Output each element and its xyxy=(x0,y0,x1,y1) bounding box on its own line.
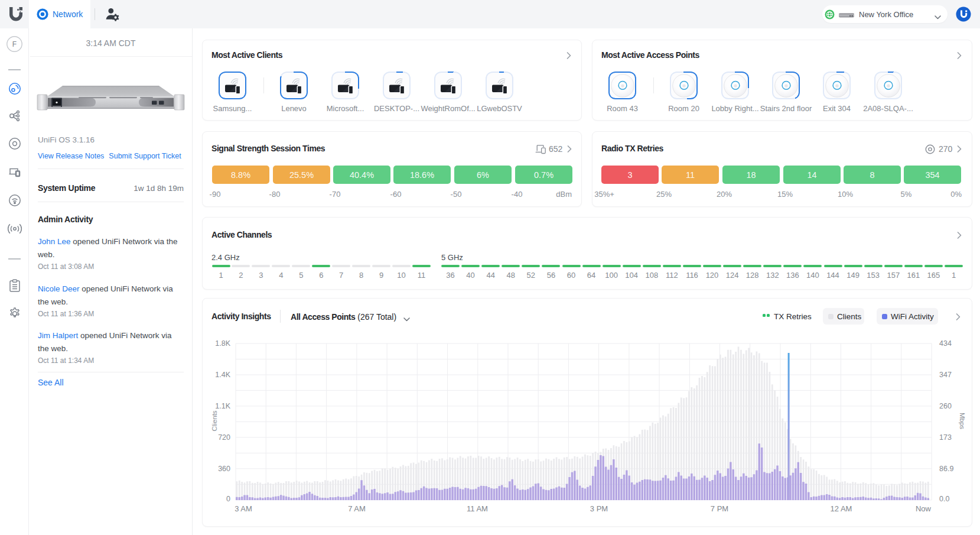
svg-text:3 AM: 3 AM xyxy=(235,504,252,513)
svg-text:434: 434 xyxy=(939,339,952,348)
svg-text:1.8K: 1.8K xyxy=(215,339,230,348)
svg-text:1.1K: 1.1K xyxy=(215,402,230,410)
svg-text:Mbps: Mbps xyxy=(959,413,966,429)
svg-text:1.4K: 1.4K xyxy=(215,371,230,379)
svg-text:0: 0 xyxy=(226,495,230,503)
svg-text:F: F xyxy=(12,40,17,48)
svg-text:86.9: 86.9 xyxy=(939,465,953,473)
svg-text:3 PM: 3 PM xyxy=(590,504,608,513)
svg-text:0.0: 0.0 xyxy=(939,495,949,503)
svg-text:720: 720 xyxy=(218,433,230,442)
svg-text:260: 260 xyxy=(939,402,952,410)
svg-text:347: 347 xyxy=(939,371,952,379)
svg-text:7 PM: 7 PM xyxy=(711,504,728,513)
svg-text:11 AM: 11 AM xyxy=(467,504,488,513)
svg-text:Now: Now xyxy=(916,504,932,513)
svg-text:7 AM: 7 AM xyxy=(348,504,366,513)
svg-text:12 AM: 12 AM xyxy=(831,504,852,513)
svg-text:360: 360 xyxy=(218,465,230,473)
svg-text:173: 173 xyxy=(939,433,952,442)
svg-text:Clients: Clients xyxy=(211,410,218,431)
